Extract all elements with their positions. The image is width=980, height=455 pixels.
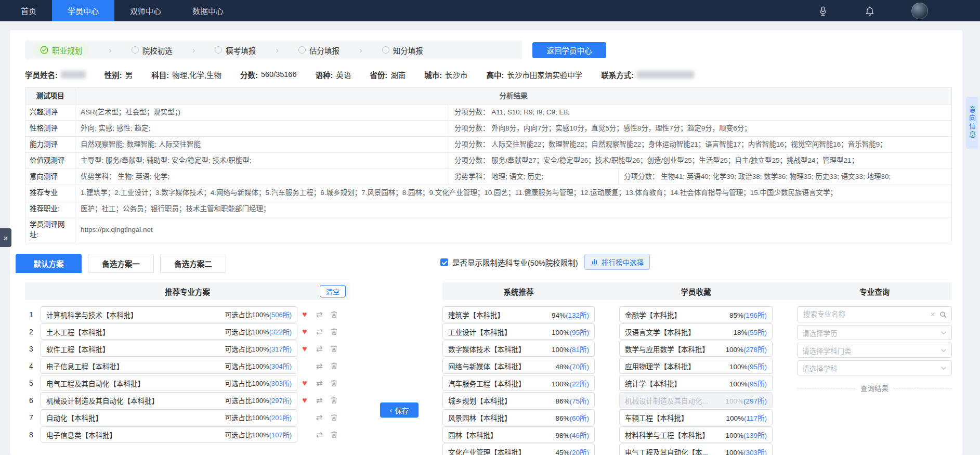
degree-select[interactable]: 请选择学历 bbox=[797, 325, 952, 340]
selectable-ratio: 可选占比100%(506所) bbox=[225, 309, 292, 319]
recommend-major-card[interactable]: 城乡规划【本科批】86%(75所) bbox=[442, 392, 595, 408]
delete-icon[interactable] bbox=[326, 362, 341, 370]
rank-select-button[interactable]: 排行榜中选择 bbox=[584, 254, 650, 270]
recommend-major-card[interactable]: 园林【本科批】98%(46所) bbox=[442, 426, 595, 443]
result-cell: ASR(艺术型；社会型；现实型；) bbox=[75, 105, 449, 120]
tab-alternative-plan-1[interactable]: 备选方案一 bbox=[88, 254, 154, 273]
plan-major-card[interactable]: 电子信息类【本科批】 可选占比100%(107所) bbox=[41, 426, 297, 443]
plan-major-card[interactable]: 土木工程【本科批】 可选占比100%(322所) bbox=[41, 323, 297, 340]
avatar[interactable] bbox=[911, 3, 928, 19]
swap-icon[interactable]: ⇄ bbox=[312, 431, 326, 438]
field-student-name: 学员姓名: bbox=[25, 69, 86, 80]
recommend-major-card[interactable]: 工业设计【本科批】100%(95所) bbox=[442, 323, 595, 340]
delete-icon[interactable] bbox=[326, 379, 341, 387]
expand-drawer-button[interactable]: » bbox=[0, 228, 11, 247]
favorite-major-card[interactable]: 材料科学与工程【本科批】100%(139所) bbox=[619, 426, 773, 443]
swap-icon[interactable]: ⇄ bbox=[312, 362, 326, 370]
recommend-major-card[interactable]: 网络与新媒体【本科批】48%(70所) bbox=[442, 358, 595, 374]
school-count: (117所) bbox=[744, 414, 767, 422]
favorite-major-card[interactable]: 电气工程及其自动化【本...100%(303所) bbox=[619, 444, 773, 455]
swap-icon[interactable]: ⇄ bbox=[312, 328, 326, 335]
school-count: (506所) bbox=[269, 311, 292, 319]
plan-major-card[interactable]: 电气工程及其自动化【本科批】 可选占比100%(303所) bbox=[41, 375, 297, 391]
plan-row-3: 3 软件工程【本科批】 可选占比100%(317所) ♥ ⇄ bbox=[25, 341, 350, 357]
major-name: 电子信息工程【本科批】 bbox=[46, 361, 124, 371]
favorite-major-card[interactable]: 汉语言文学【本科批】18%(55所) bbox=[619, 323, 773, 340]
save-button[interactable]: ‹ 保存 bbox=[380, 402, 419, 418]
query-result-divider: 查询结果 bbox=[797, 383, 952, 393]
field-label: 高中: bbox=[487, 69, 504, 80]
step-estimated-score-application[interactable]: 估分填报 bbox=[298, 45, 339, 56]
back-to-student-center-button[interactable]: 返回学员中心 bbox=[532, 42, 606, 58]
favorite-major-card[interactable]: 车辆工程【本科批】100%(117所) bbox=[619, 409, 773, 425]
school-count: (139所) bbox=[743, 432, 767, 439]
favorite-heart-icon[interactable]: ♥ bbox=[297, 328, 312, 336]
step-college-preselect[interactable]: 院校初选 bbox=[132, 45, 173, 56]
swap-icon[interactable]: ⇄ bbox=[312, 310, 326, 318]
intention-info-drawer-tab[interactable]: 意向信息 bbox=[966, 97, 978, 149]
recommend-major-card[interactable]: 数字媒体技术【本科批】100%(81所) bbox=[442, 341, 595, 357]
strength-cell: 优势学科： 生物; 英语; 化学; bbox=[75, 169, 449, 185]
score-cell: 分项分数： 外向8分，内向7分；实感10分，直觉5分；感性8分，理性7分；趋定9… bbox=[449, 121, 951, 136]
delete-icon[interactable] bbox=[326, 310, 341, 318]
field-value: 物理,化学,生物 bbox=[172, 69, 221, 80]
tab-default-plan[interactable]: 默认方案 bbox=[16, 254, 82, 273]
major-name: 材料科学与工程【本科批】 bbox=[625, 430, 722, 440]
match-percent: 48%(70所) bbox=[555, 361, 589, 371]
favorite-heart-icon[interactable]: ♥ bbox=[297, 345, 312, 353]
swap-icon[interactable]: ⇄ bbox=[312, 413, 326, 421]
nav-item-data-center[interactable]: 数据中心 bbox=[177, 0, 239, 21]
school-count: (317所) bbox=[269, 345, 292, 353]
favorite-major-card[interactable]: 统计学【本科批】100%(95所) bbox=[619, 375, 773, 391]
nav-item-dual-teacher-center[interactable]: 双师中心 bbox=[114, 0, 177, 21]
plan-major-card[interactable]: 软件工程【本科批】 可选占比100%(317所) bbox=[41, 341, 297, 357]
recommend-major-card[interactable]: 文化产业管理【本科批】45%(20所) bbox=[442, 444, 595, 455]
delete-icon[interactable] bbox=[326, 396, 341, 404]
delete-icon[interactable] bbox=[326, 328, 341, 335]
step-mock-application[interactable]: 模考填报 bbox=[215, 45, 256, 56]
swap-icon[interactable]: ⇄ bbox=[312, 379, 326, 387]
favorite-major-card[interactable]: 应用物理学【本科批】100%(95所) bbox=[619, 358, 773, 374]
microphone-icon[interactable] bbox=[818, 6, 828, 16]
checkbox-checked-icon[interactable] bbox=[440, 258, 448, 266]
nav-item-home[interactable]: 首页 bbox=[5, 0, 52, 21]
favorite-heart-icon[interactable]: ♥ bbox=[297, 379, 312, 387]
tab-alternative-plan-2[interactable]: 备选方案二 bbox=[160, 254, 226, 273]
nav-item-student-center[interactable]: 学员中心 bbox=[52, 0, 114, 21]
swap-icon[interactable]: ⇄ bbox=[312, 396, 326, 404]
plan-major-card[interactable]: 计算机科学与技术【本科批】 可选占比100%(506所) bbox=[41, 306, 297, 322]
clear-icon[interactable]: ✕ bbox=[930, 311, 935, 318]
favorite-heart-icon[interactable]: ♥ bbox=[297, 396, 312, 405]
collapse-left-icon: ‹ bbox=[390, 406, 393, 414]
recommend-major-card[interactable]: 汽车服务工程【本科批】100%(22所) bbox=[442, 375, 595, 391]
delete-icon[interactable] bbox=[326, 413, 341, 421]
clear-button[interactable]: 清空 bbox=[320, 285, 346, 297]
major-name: 风景园林【本科批】 bbox=[448, 412, 552, 423]
favorite-major-card[interactable]: 金融学【本科批】85%(196所) bbox=[619, 306, 773, 322]
step-career-planning[interactable]: 职业规划 bbox=[33, 43, 89, 58]
plan-major-card[interactable]: 电子信息工程【本科批】 可选占比100%(304所) bbox=[41, 358, 297, 374]
recommend-major-card[interactable]: 建筑学【本科批】94%(132所) bbox=[442, 306, 595, 322]
limit-major-checkbox[interactable]: 是否显示限制选科专业(50%院校限制) bbox=[440, 257, 578, 268]
favorite-heart-icon[interactable]: ♥ bbox=[297, 310, 312, 319]
row-label: 推荐专业 bbox=[25, 185, 75, 201]
bell-icon[interactable] bbox=[865, 6, 875, 16]
subject-select[interactable]: 请选择学科 bbox=[797, 360, 952, 375]
plan-major-card[interactable]: 机械设计制造及其自动化【本科批】 可选占比100%(297所) bbox=[41, 392, 297, 408]
score-cell: 分项分数： 生物41; 英语40; 化学39; 政治38; 数学36; 物理35… bbox=[618, 169, 951, 185]
search-icon[interactable] bbox=[939, 311, 947, 318]
major-name: 建筑学【本科批】 bbox=[448, 309, 548, 320]
major-search-input[interactable] bbox=[802, 310, 926, 319]
circle-icon bbox=[382, 46, 389, 54]
subject-category-select[interactable]: 请选择学科门类 bbox=[797, 343, 952, 358]
favorite-major-card[interactable]: 数学与应用数学【本科批】100%(278所) bbox=[619, 341, 773, 357]
school-count: (297所) bbox=[743, 397, 767, 405]
delete-icon[interactable] bbox=[326, 345, 341, 353]
swap-icon[interactable]: ⇄ bbox=[312, 345, 326, 353]
major-search-box[interactable]: ✕ bbox=[797, 306, 952, 322]
plan-major-card[interactable]: 自动化【本科批】 可选占比100%(201所) bbox=[41, 409, 297, 425]
match-percent: 100%(95所) bbox=[552, 327, 589, 337]
delete-icon[interactable] bbox=[326, 431, 341, 438]
step-known-score-application[interactable]: 知分填报 bbox=[382, 45, 423, 56]
recommend-major-card[interactable]: 风景园林【本科批】86%(60所) bbox=[442, 409, 595, 425]
